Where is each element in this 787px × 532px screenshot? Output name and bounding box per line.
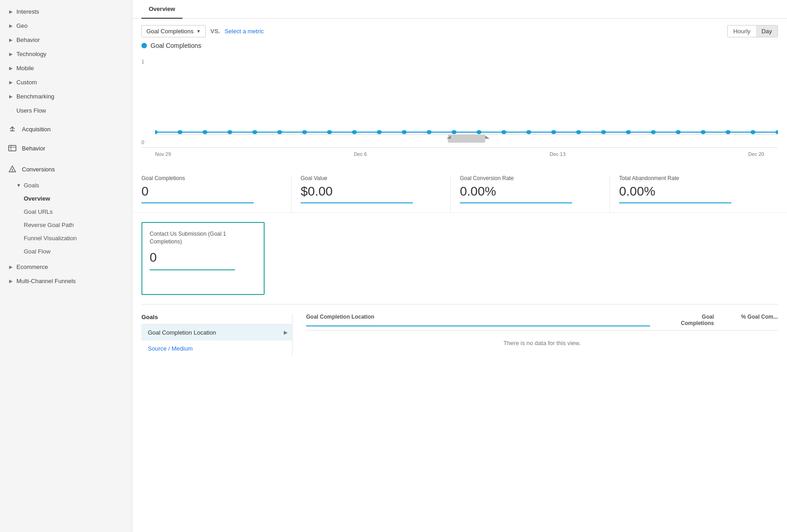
svg-point-8 [177, 130, 182, 134]
sidebar-funnel-visualization[interactable]: Funnel Visualization [24, 232, 132, 245]
goals-list-item-source-medium[interactable]: Source / Medium [141, 341, 292, 356]
chart-y-top: 1 [141, 59, 144, 64]
metric-title-value: Goal Value [301, 175, 441, 181]
metric-dropdown[interactable]: Goal Completions ▼ [141, 25, 206, 37]
arrow-icon: ▶ [9, 94, 14, 99]
sidebar-goal-urls[interactable]: Goal URLs [24, 205, 132, 218]
sidebar-behavior-main[interactable]: Behavior [0, 139, 132, 158]
metric-title-abandonment: Total Abandonment Rate [619, 175, 760, 181]
vs-label: VS. [210, 28, 220, 35]
svg-point-9 [203, 130, 208, 134]
chart-legend: Goal Completions [141, 42, 778, 49]
svg-point-23 [551, 130, 556, 134]
chart-dates: Nov 29 Dec 6 Dec 13 Dec 20 [141, 148, 778, 157]
metric-title-conversion-rate: Goal Conversion Rate [460, 175, 600, 181]
svg-point-11 [252, 130, 257, 134]
arrow-right-icon: ▶ [284, 330, 287, 336]
svg-point-13 [302, 130, 307, 134]
sidebar-multichannel[interactable]: ▶ Multi-Channel Funnels [0, 274, 132, 288]
svg-point-22 [526, 130, 532, 134]
svg-point-5 [12, 171, 13, 172]
sidebar-item-geo[interactable]: ▶ Geo [0, 19, 132, 33]
date-dec20: Dec 20 [748, 151, 764, 157]
metric-underline-conversion-rate [460, 202, 572, 203]
sidebar-item-interests[interactable]: ▶ Interests [0, 5, 132, 19]
svg-point-32 [776, 130, 778, 134]
metric-card-conversion-rate: Goal Conversion Rate 0.00% [460, 175, 610, 212]
svg-point-14 [327, 130, 332, 134]
metric-value-abandonment: 0.00% [619, 184, 760, 199]
svg-point-24 [576, 130, 581, 134]
metric-value-completions: 0 [141, 184, 282, 199]
sidebar-acquisition[interactable]: Acquisition [0, 119, 132, 139]
audience-section: ▶ Interests ▶ Geo ▶ Behavior ▶ Technolog… [0, 5, 132, 118]
svg-point-10 [227, 130, 232, 134]
table-col-percent: % Goal Com... [723, 314, 778, 326]
svg-rect-33 [448, 134, 485, 143]
sidebar-item-technology[interactable]: ▶ Technology [0, 47, 132, 61]
chart-svg [155, 57, 778, 147]
conversions-section: Conversions ▼ Goals Overview Goal URLs R… [0, 158, 132, 288]
sidebar-item-custom[interactable]: ▶ Custom [0, 75, 132, 89]
sidebar-goals-label[interactable]: ▼ Goals [0, 179, 132, 192]
goal-card-value: 0 [150, 250, 256, 265]
date-dec13: Dec 13 [550, 151, 566, 157]
svg-point-18 [427, 130, 432, 134]
arrow-down-icon: ▼ [16, 183, 21, 188]
conversions-icon [7, 164, 17, 174]
goal-card-underline [150, 269, 235, 270]
date-dec6: Dec 6 [354, 151, 367, 157]
chart-legend-label: Goal Completions [151, 42, 201, 49]
sidebar-goals-overview[interactable]: Overview [24, 192, 132, 205]
sidebar-reverse-goal-path[interactable]: Reverse Goal Path [24, 218, 132, 232]
behavior-icon [7, 143, 17, 153]
arrow-icon: ▶ [9, 264, 14, 269]
svg-point-15 [352, 130, 357, 134]
svg-point-19 [452, 130, 457, 134]
sidebar-conversions[interactable]: Conversions [0, 160, 132, 179]
hourly-button[interactable]: Hourly [728, 26, 756, 37]
toolbar-left: Goal Completions ▼ VS. Select a metric [141, 25, 264, 37]
sidebar: ▶ Interests ▶ Geo ▶ Behavior ▶ Technolog… [0, 0, 132, 532]
sidebar-item-mobile[interactable]: ▶ Mobile [0, 61, 132, 75]
svg-point-31 [751, 130, 756, 134]
arrow-icon: ▶ [9, 66, 14, 71]
svg-point-17 [402, 130, 407, 134]
legend-dot [141, 43, 147, 48]
svg-point-20 [476, 130, 481, 134]
svg-point-27 [651, 130, 656, 134]
metric-value-conversion-rate: 0.00% [460, 184, 600, 199]
goals-section: Goals Goal Completion Location ▶ Source … [132, 305, 787, 366]
svg-point-25 [601, 130, 606, 134]
toolbar: Goal Completions ▼ VS. Select a metric H… [132, 19, 787, 42]
chart-area: Goal Completions 1 0 [132, 42, 787, 166]
goals-right: Goal Completion Location GoalCompletions… [292, 314, 778, 356]
dropdown-arrow-icon: ▼ [196, 29, 201, 34]
tab-overview[interactable]: Overview [141, 0, 182, 19]
select-metric-link[interactable]: Select a metric [224, 28, 264, 35]
metric-underline-value [301, 202, 413, 203]
svg-point-26 [626, 130, 631, 134]
sidebar-ecommerce[interactable]: ▶ Ecommerce [0, 260, 132, 274]
sidebar-item-users-flow[interactable]: ▶ Users Flow [0, 103, 132, 118]
svg-point-29 [701, 130, 706, 134]
goals-list-item-completion-location[interactable]: Goal Completion Location ▶ [141, 325, 292, 341]
goals-section-title: Goals [141, 314, 292, 325]
goal-cards-row: Contact Us Submission (Goal 1 Completion… [132, 213, 787, 304]
arrow-icon: ▶ [9, 279, 14, 284]
sidebar-item-behavior[interactable]: ▶ Behavior [0, 33, 132, 47]
table-col-main: Goal Completion Location [306, 314, 650, 326]
goals-sub-menu: Overview Goal URLs Reverse Goal Path Fun… [0, 192, 132, 258]
table-header: Goal Completion Location GoalCompletions… [306, 314, 778, 331]
sidebar-item-benchmarking[interactable]: ▶ Benchmarking [0, 89, 132, 103]
metric-card-completions: Goal Completions 0 [141, 175, 292, 212]
svg-point-21 [501, 130, 506, 134]
sidebar-goal-flow[interactable]: Goal Flow [24, 245, 132, 258]
metric-underline-abandonment [619, 202, 731, 203]
arrow-icon: ▶ [9, 23, 14, 28]
metric-value-value: $0.00 [301, 184, 441, 199]
metric-card-abandonment: Total Abandonment Rate 0.00% [619, 175, 769, 212]
day-button[interactable]: Day [756, 26, 777, 37]
chart-container: 1 0 [141, 57, 778, 148]
arrow-icon: ▶ [9, 9, 14, 14]
